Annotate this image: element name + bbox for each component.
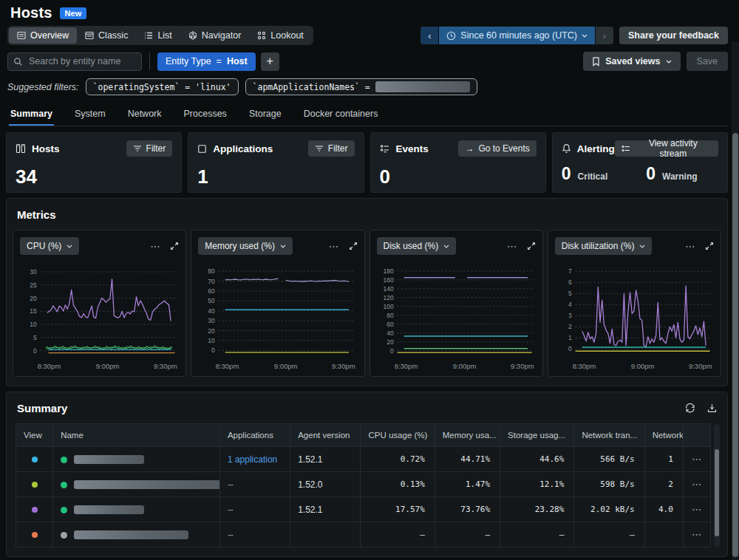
chart-menu-button[interactable]: ⋯ [150, 240, 161, 252]
page-scrollbar[interactable] [732, 41, 739, 560]
svg-text:100: 100 [383, 303, 393, 310]
view-list-button[interactable]: List [136, 27, 180, 44]
svg-text:8:30pm: 8:30pm [572, 362, 596, 370]
view-dot[interactable] [32, 532, 38, 538]
chart-menu-button[interactable]: ⋯ [685, 240, 696, 252]
column-header[interactable]: Network [644, 424, 683, 447]
go-to-events-button[interactable]: → Go to Events [458, 140, 536, 157]
suggested-filter-apm-pill[interactable]: `apmApplicationNames` = [245, 78, 477, 95]
svg-text:25: 25 [30, 281, 37, 289]
column-header[interactable]: Network tran... [574, 424, 644, 447]
summary-title: Summary [17, 402, 67, 414]
view-lookout-button[interactable]: Lookout [249, 27, 311, 44]
download-icon[interactable] [707, 403, 717, 413]
chart-metric-dropdown[interactable]: CPU (%) [20, 237, 79, 255]
svg-text:20: 20 [386, 338, 394, 346]
tab-summary[interactable]: Summary [9, 104, 54, 126]
expand-icon[interactable] [705, 242, 714, 250]
filter-bar: Entity Type = Host + Saved views Save Su… [7, 52, 728, 95]
svg-text:80: 80 [386, 312, 394, 319]
name-cell[interactable] [53, 472, 220, 497]
host-name-redacted[interactable] [74, 480, 219, 489]
view-cell[interactable] [16, 472, 53, 497]
name-cell[interactable] [53, 522, 220, 547]
suggested-filter-os-pill[interactable]: `operatingSystem` = 'linux' [86, 78, 239, 95]
memory-usage-cell: 73.76% [435, 497, 500, 522]
time-back-button[interactable]: ‹ [420, 27, 438, 44]
expand-icon[interactable] [170, 242, 179, 250]
hosts-filter-button[interactable]: Filter [126, 140, 173, 157]
name-cell[interactable] [53, 497, 220, 522]
chart-metric-dropdown[interactable]: Disk used (%) [377, 237, 457, 255]
time-forward-button[interactable]: › [596, 27, 613, 44]
view-overview-button[interactable]: Overview [9, 27, 77, 44]
suggested-filter-apm-text: `apmApplicationNames` = [253, 82, 370, 92]
svg-text:30: 30 [30, 268, 37, 276]
view-cell[interactable] [16, 447, 53, 472]
host-name-redacted[interactable] [74, 530, 188, 539]
name-cell[interactable] [53, 447, 220, 472]
hosts-count: 34 [16, 165, 172, 188]
chart-metric-dropdown[interactable]: Memory used (%) [198, 237, 293, 255]
tab-docker-containers[interactable]: Docker containers [302, 104, 380, 126]
row-actions-button[interactable]: ⋯ [683, 497, 710, 522]
chart-plot: 012345678:30pm9:00pm9:30pm [555, 261, 714, 373]
host-name-redacted[interactable] [74, 455, 144, 464]
chevron-down-icon [666, 60, 672, 64]
view-activity-stream-button[interactable]: View activity stream [615, 140, 718, 157]
row-actions-button[interactable]: ⋯ [683, 522, 710, 547]
tab-system[interactable]: System [73, 104, 107, 126]
add-filter-button[interactable]: + [261, 52, 279, 71]
applications-card-title: Applications [213, 143, 273, 154]
cpu-usage-cell: – [361, 522, 435, 547]
column-header[interactable]: Name [53, 424, 220, 447]
feedback-button[interactable]: Share your feedback [619, 27, 728, 44]
network-cell [644, 522, 683, 547]
column-header[interactable]: Agent version [290, 424, 361, 447]
view-cell[interactable] [16, 497, 53, 522]
view-dot[interactable] [32, 507, 38, 513]
table-scrollbar[interactable] [714, 424, 720, 547]
view-navigator-button[interactable]: Navigator [180, 27, 250, 44]
chart-metric-dropdown[interactable]: Disk utilization (%) [555, 237, 653, 255]
applications-filter-button[interactable]: Filter [308, 140, 355, 157]
search-input[interactable] [7, 52, 142, 71]
view-dot[interactable] [32, 457, 38, 462]
chart-menu-button[interactable]: ⋯ [507, 240, 518, 252]
row-actions-button[interactable]: ⋯ [683, 447, 710, 472]
host-name-redacted[interactable] [74, 505, 144, 514]
funnel-icon [315, 145, 324, 153]
save-view-button[interactable]: Save [687, 52, 729, 71]
expand-icon[interactable] [527, 242, 536, 250]
table-scrollbar-thumb[interactable] [715, 449, 719, 536]
saved-views-button[interactable]: Saved views [583, 52, 680, 71]
column-header[interactable]: Storage usag... [500, 424, 574, 447]
svg-text:160: 160 [383, 276, 393, 284]
view-classic-button[interactable]: Classic [77, 27, 136, 44]
time-range-label: Since 60 minutes ago (UTC) [460, 30, 577, 41]
tab-network[interactable]: Network [126, 104, 163, 126]
events-card: Events → Go to Events 0 [370, 132, 546, 193]
refresh-icon[interactable] [685, 403, 695, 414]
chart-menu-button[interactable]: ⋯ [329, 240, 340, 252]
column-header[interactable]: CPU usage (%) [361, 424, 435, 447]
tab-storage[interactable]: Storage [248, 104, 283, 126]
chart-title: CPU (%) [27, 241, 61, 251]
time-range-button[interactable]: Since 60 minutes ago (UTC) [439, 27, 595, 44]
entity-type-filter-pill[interactable]: Entity Type = Host [157, 52, 256, 71]
bell-icon [562, 143, 571, 154]
time-picker: ‹ Since 60 minutes ago (UTC) › [420, 27, 613, 44]
tab-processes[interactable]: Processes [183, 104, 228, 126]
view-cell[interactable] [16, 522, 53, 547]
column-header[interactable]: Applications [219, 424, 290, 447]
view-dot[interactable] [32, 482, 38, 488]
applications-empty: -- [228, 530, 234, 540]
page-scrollbar-thumb[interactable] [732, 133, 738, 557]
applications-link[interactable]: 1 application [228, 454, 277, 465]
network-transmit-cell: 598 B/s [574, 472, 644, 497]
expand-icon[interactable] [349, 242, 358, 250]
column-header[interactable]: Memory usa... [435, 424, 500, 447]
column-header[interactable]: View [16, 424, 53, 447]
row-actions-button[interactable]: ⋯ [683, 472, 710, 497]
applications-cell[interactable]: 1 application [219, 447, 290, 472]
